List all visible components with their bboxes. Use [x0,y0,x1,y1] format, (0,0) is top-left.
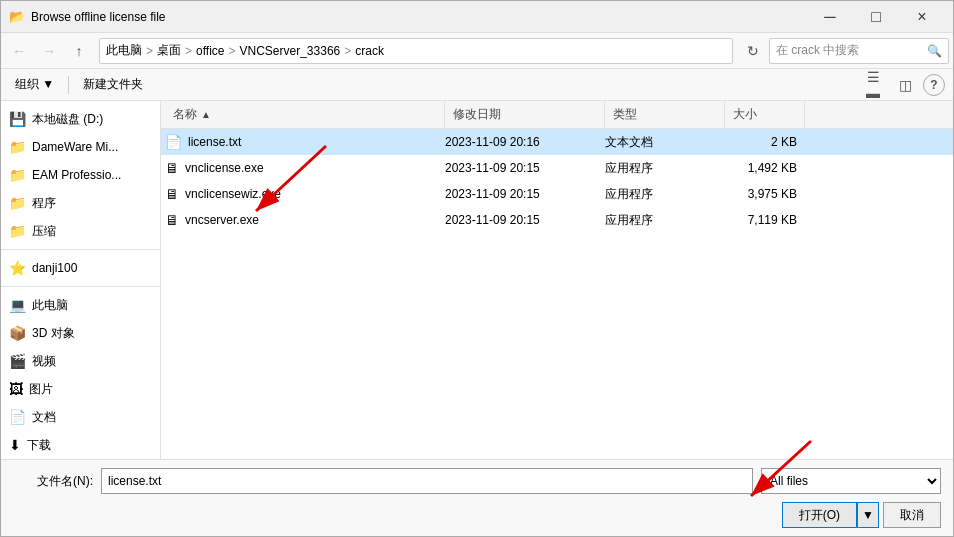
sidebar-item-dameware[interactable]: 📁 DameWare Mi... [1,133,160,161]
sidebar-item-3d[interactable]: 📦 3D 对象 [1,319,160,347]
file-size: 2 KB [725,135,805,149]
back-button[interactable]: ← [5,37,33,65]
folder-icon: 📁 [9,167,26,183]
column-headers: 名称 ▲ 修改日期 类型 大小 [161,101,953,129]
sidebar-item-label: 图片 [29,381,53,398]
breadcrumb-crack: crack [355,44,384,58]
sidebar-item-video[interactable]: 🎬 视频 [1,347,160,375]
filetype-select[interactable]: All files [761,468,941,494]
breadcrumb-vncserver: VNCServer_33366 [240,44,341,58]
col-header-size[interactable]: 大小 [725,101,805,128]
sidebar-item-eam[interactable]: 📁 EAM Professio... [1,161,160,189]
toolbar-separator [68,76,69,94]
file-type: 应用程序 [605,186,725,203]
documents-icon: 📄 [9,409,26,425]
maximize-button[interactable]: □ [853,1,899,33]
sidebar-item-danji100[interactable]: ⭐ danji100 [1,254,160,282]
sidebar: 💾 本地磁盘 (D:) 📁 DameWare Mi... 📁 EAM Profe… [1,101,161,459]
sidebar-item-label: 下载 [27,437,51,454]
filename-row: 文件名(N): All files [13,468,941,494]
title-buttons: ─ □ × [807,1,945,33]
video-icon: 🎬 [9,353,26,369]
drive-icon: 💾 [9,111,26,127]
browse-dialog: 📂 Browse offline license file ─ □ × ← → … [0,0,954,537]
breadcrumb-computer: 此电脑 [106,42,142,59]
star-icon: ⭐ [9,260,26,276]
search-bar[interactable]: 在 crack 中搜索 🔍 [769,38,949,64]
computer-icon: 💻 [9,297,26,313]
open-button-group: 打开(O) ▼ [782,502,879,528]
view-icons-button[interactable]: ◫ [891,73,919,97]
file-name: license.txt [188,135,241,149]
file-size: 3,975 KB [725,187,805,201]
file-type: 应用程序 [605,212,725,229]
file-size: 1,492 KB [725,161,805,175]
action-buttons: 打开(O) ▼ 取消 [13,502,941,528]
downloads-icon: ⬇ [9,437,21,453]
close-button[interactable]: × [899,1,945,33]
breadcrumb[interactable]: 此电脑 > 桌面 > office > VNCServer_33366 > cr… [99,38,733,64]
breadcrumb-office: office [196,44,224,58]
sidebar-item-archives[interactable]: 📁 压缩 [1,217,160,245]
sidebar-item-label: 3D 对象 [32,325,75,342]
col-header-name[interactable]: 名称 ▲ [165,101,445,128]
search-icon: 🔍 [927,44,942,58]
open-button[interactable]: 打开(O) [782,502,857,528]
minimize-button[interactable]: ─ [807,1,853,33]
sidebar-item-label: DameWare Mi... [32,140,118,154]
bottom-bar: 文件名(N): All files 打开(O) ▼ 取消 [1,459,953,536]
file-date: 2023-11-09 20:15 [445,161,605,175]
col-header-type[interactable]: 类型 [605,101,725,128]
folder-icon: 📁 [9,223,26,239]
view-controls: ☰ ▬ ◫ ? [859,73,945,97]
sidebar-divider-2 [1,286,160,287]
main-content: 💾 本地磁盘 (D:) 📁 DameWare Mi... 📁 EAM Profe… [1,101,953,459]
sidebar-item-programs[interactable]: 📁 程序 [1,189,160,217]
sidebar-item-drive-d[interactable]: 💾 本地磁盘 (D:) [1,105,160,133]
nav-toolbar: ← → ↑ 此电脑 > 桌面 > office > VNCServer_3336… [1,33,953,69]
3d-icon: 📦 [9,325,26,341]
table-row[interactable]: 🖥 vnclicensewiz.exe 2023-11-09 20:15 应用程… [161,181,953,207]
col-header-date[interactable]: 修改日期 [445,101,605,128]
cancel-button[interactable]: 取消 [883,502,941,528]
file-name: vnclicense.exe [185,161,264,175]
dialog-icon: 📂 [9,9,25,25]
open-dropdown-button[interactable]: ▼ [857,502,879,528]
table-row[interactable]: 🖥 vnclicense.exe 2023-11-09 20:15 应用程序 1… [161,155,953,181]
file-date: 2023-11-09 20:16 [445,135,605,149]
secondary-toolbar: 组织 ▼ 新建文件夹 ☰ ▬ ◫ ? [1,69,953,101]
pictures-icon: 🖼 [9,381,23,397]
sidebar-item-downloads[interactable]: ⬇ 下载 [1,431,160,459]
file-icon-exe1: 🖥 [165,160,179,176]
search-placeholder: 在 crack 中搜索 [776,42,859,59]
file-list: 📄 license.txt 2023-11-09 20:16 文本文档 2 KB… [161,129,953,459]
table-row[interactable]: 📄 license.txt 2023-11-09 20:16 文本文档 2 KB [161,129,953,155]
sidebar-item-label: 文档 [32,409,56,426]
organize-button[interactable]: 组织 ▼ [9,73,60,97]
file-type: 文本文档 [605,134,725,151]
file-icon-exe3: 🖥 [165,212,179,228]
sidebar-item-label: EAM Professio... [32,168,121,182]
file-type: 应用程序 [605,160,725,177]
forward-button[interactable]: → [35,37,63,65]
sidebar-item-label: 程序 [32,195,56,212]
view-details-button[interactable]: ☰ ▬ [859,73,887,97]
table-row[interactable]: 🖥 vncserver.exe 2023-11-09 20:15 应用程序 7,… [161,207,953,233]
sidebar-item-label: 本地磁盘 (D:) [32,111,103,128]
refresh-button[interactable]: ↻ [739,37,767,65]
sidebar-item-label: 视频 [32,353,56,370]
sidebar-item-documents[interactable]: 📄 文档 [1,403,160,431]
file-icon-exe2: 🖥 [165,186,179,202]
sidebar-item-thispc[interactable]: 💻 此电脑 [1,291,160,319]
help-button[interactable]: ? [923,74,945,96]
new-folder-button[interactable]: 新建文件夹 [77,73,149,97]
filename-input[interactable] [101,468,753,494]
title-bar: 📂 Browse offline license file ─ □ × [1,1,953,33]
file-area: 名称 ▲ 修改日期 类型 大小 📄 license.txt [161,101,953,459]
file-date: 2023-11-09 20:15 [445,213,605,227]
up-button[interactable]: ↑ [65,37,93,65]
file-name: vncserver.exe [185,213,259,227]
file-name: vnclicensewiz.exe [185,187,281,201]
sidebar-item-pictures[interactable]: 🖼 图片 [1,375,160,403]
sidebar-divider-1 [1,249,160,250]
